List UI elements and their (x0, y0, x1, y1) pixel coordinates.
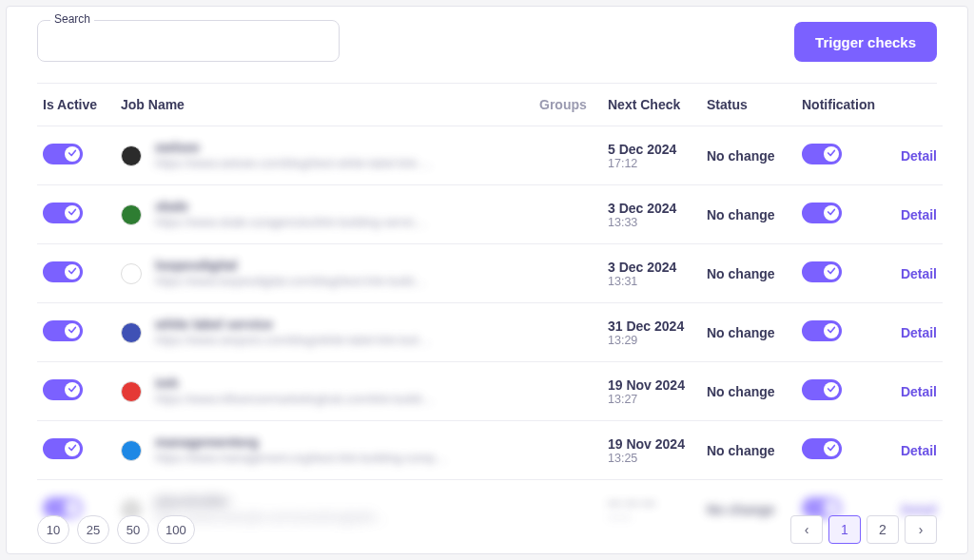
pager-prev[interactable]: ‹ (790, 515, 823, 544)
table-row: loopexdigital https://www.loopexdigital.… (37, 244, 943, 303)
next-check-time: 13:25 (608, 452, 695, 465)
site-favicon (121, 145, 142, 166)
detail-link[interactable]: Detail (901, 266, 937, 281)
next-check-date: 19 Nov 2024 (608, 436, 695, 452)
page-size-option[interactable]: 100 (157, 515, 195, 544)
next-check-date: 19 Nov 2024 (608, 377, 695, 393)
job-url: https://www.skale.so/agencies/link-build… (155, 215, 427, 230)
col-status: Status (701, 87, 796, 126)
col-next: Next Check (602, 87, 701, 126)
next-check-date: 3 Dec 2024 (608, 260, 695, 275)
table-header-row: Is Active Job Name Groups Next Check Sta… (37, 87, 943, 126)
next-check-time: 13:27 (608, 393, 695, 406)
status-text: No change (707, 266, 775, 281)
status-text: No change (707, 207, 775, 222)
pager: ‹12› (790, 515, 937, 544)
toggle-switch[interactable] (802, 144, 842, 164)
next-check-time: 13:33 (608, 216, 695, 229)
search-label: Search (50, 12, 94, 26)
page-size-option[interactable]: 50 (117, 515, 149, 544)
search-input[interactable] (37, 20, 340, 62)
check-icon (827, 384, 836, 394)
table-row: white label service https://www.seoporo.… (37, 303, 943, 362)
table-row: skale https://www.skale.so/agencies/link… (37, 185, 943, 244)
job-title: loopexdigital (155, 258, 425, 274)
next-check-date: 3 Dec 2024 (608, 201, 695, 216)
detail-link[interactable]: Detail (901, 325, 937, 340)
next-check-date: 5 Dec 2024 (608, 142, 695, 157)
toggle-switch[interactable] (43, 320, 83, 341)
job-url: https://www.management.org/best-link-bui… (155, 451, 446, 466)
check-icon (827, 502, 836, 512)
pager-page[interactable]: 1 (828, 515, 861, 544)
site-favicon (121, 204, 142, 225)
job-url: https://www.loopexdigital.com/blog/best-… (155, 274, 425, 289)
col-groups: Groups (534, 87, 602, 126)
col-active: Is Active (37, 87, 115, 126)
trigger-checks-button[interactable]: Trigger checks (794, 22, 937, 62)
divider (37, 83, 937, 84)
page-size-option[interactable]: 10 (37, 515, 69, 544)
next-check-time: 13:29 (608, 334, 695, 347)
status-text: No change (707, 325, 775, 340)
pager-page[interactable]: 2 (867, 515, 899, 544)
job-title: white label service (155, 317, 430, 333)
check-icon (68, 207, 77, 217)
check-icon (827, 207, 836, 217)
toggle-switch[interactable] (43, 144, 83, 164)
job-url: https://www.seoporo.com/blog/white-label… (155, 333, 430, 348)
job-cell: managementorg https://www.management.org… (121, 434, 528, 466)
toggle-switch[interactable] (43, 438, 83, 459)
job-cell: owlsee https://www.owlsee.com/blog/best-… (121, 140, 528, 171)
check-icon (68, 266, 77, 276)
detail-link[interactable]: Detail (901, 148, 937, 164)
detail-link[interactable]: Detail (901, 207, 937, 222)
detail-link[interactable]: Detail (901, 384, 937, 399)
toggle-switch[interactable] (43, 379, 83, 400)
page-size-group: 102550100 (37, 515, 195, 544)
check-icon (827, 325, 836, 335)
next-check-time: 17:12 (608, 157, 695, 170)
check-icon (827, 266, 836, 276)
pager-next[interactable]: › (905, 515, 937, 544)
job-url: https://www.owlsee.com/blog/best-white-l… (155, 156, 432, 171)
job-url: https://www.influencermarketinghub.com/l… (155, 392, 434, 407)
toggle-switch[interactable] (802, 379, 842, 400)
col-notif: Notification (796, 87, 887, 126)
check-icon (68, 325, 77, 335)
site-favicon (121, 263, 142, 284)
check-icon (827, 148, 836, 158)
check-icon (827, 443, 836, 453)
toggle-switch[interactable] (43, 261, 83, 282)
job-title: managementorg (155, 434, 446, 451)
job-title: skale (155, 199, 427, 215)
job-title: owlsee (155, 140, 432, 156)
toggle-switch[interactable] (802, 261, 842, 282)
jobs-table: Is Active Job Name Groups Next Check Sta… (37, 87, 943, 538)
site-favicon (121, 440, 142, 461)
job-cell: skale https://www.skale.so/agencies/link… (121, 199, 528, 230)
status-text: No change (707, 384, 775, 399)
table-row: imh https://www.influencermarketinghub.c… (37, 362, 943, 421)
table-footer: 102550100 ‹12› (37, 515, 937, 544)
site-favicon (121, 381, 142, 402)
toggle-switch[interactable] (43, 203, 83, 223)
check-icon (68, 384, 77, 394)
job-title: imh (155, 376, 434, 392)
status-text: No change (707, 443, 775, 458)
table-row: managementorg https://www.management.org… (37, 421, 943, 480)
toggle-switch[interactable] (802, 438, 842, 459)
check-icon (68, 502, 77, 512)
toggle-switch[interactable] (802, 203, 842, 223)
job-cell: white label service https://www.seoporo.… (121, 317, 528, 348)
app-frame: Search Trigger checks Is Active Job Name… (6, 6, 968, 554)
status-text: No change (707, 148, 775, 164)
detail-link[interactable]: Detail (901, 443, 937, 458)
search-field-wrap: Search (37, 12, 340, 62)
page-size-option[interactable]: 25 (77, 515, 109, 544)
toggle-switch[interactable] (802, 320, 842, 341)
table-row: owlsee https://www.owlsee.com/blog/best-… (37, 126, 943, 185)
job-cell: imh https://www.influencermarketinghub.c… (121, 376, 528, 407)
site-favicon (121, 322, 142, 343)
check-icon (68, 148, 77, 158)
